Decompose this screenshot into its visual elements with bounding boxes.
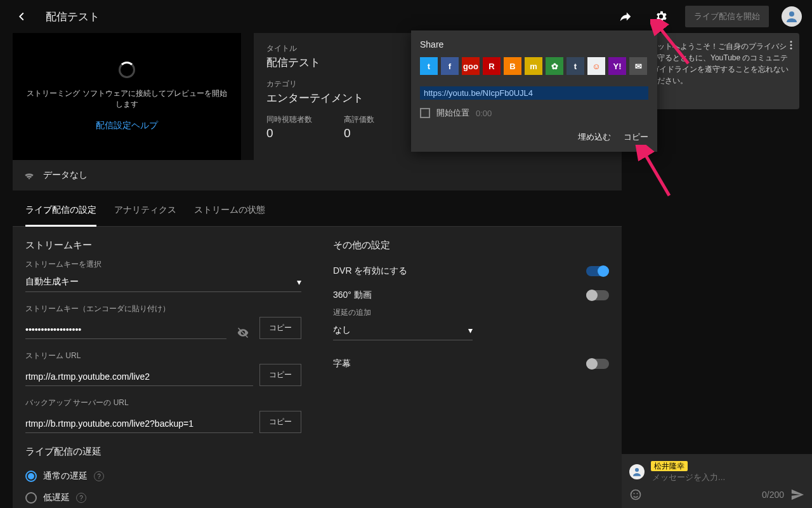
backup-url-label: バックアップ サーバーの URL [25,398,301,408]
share-url[interactable]: https://youtu.be/NIcpFb0UJL4 [420,86,648,100]
spinner-icon [119,62,135,78]
visibility-off-icon[interactable] [233,326,253,339]
dvr-toggle[interactable] [586,266,609,276]
svg-point-2 [790,44,792,46]
avatar[interactable] [782,6,802,27]
key-select[interactable]: 自動生成キー ▾ [25,272,301,292]
share-reddit-icon[interactable]: ☺ [587,57,605,75]
viewers-label: 同時視聴者数 [266,114,312,125]
other-heading: その他の設定 [333,239,609,251]
share-twitter-icon[interactable]: t [420,57,438,75]
chevron-down-icon: ▾ [297,277,301,287]
preview-help-link[interactable]: 配信設定ヘルプ [96,120,158,131]
share-icon[interactable] [614,5,637,28]
status-text: データなし [43,170,88,181]
share-email-icon[interactable]: ✉ [629,57,647,75]
preview-panel: ストリーミング ソフトウェアに接続してプレビューを開始します 配信設定ヘルプ [13,33,241,160]
latency-radio-1[interactable] [25,492,37,504]
copy-key-button[interactable]: コピー [259,317,301,339]
backup-url-input[interactable]: rtmp://b.rtmp.youtube.com/live2?backup=1 [25,415,253,433]
embed-button[interactable]: 埋め込む [578,131,611,143]
share-yahoo-icon[interactable]: Y! [608,57,626,75]
chat-username: 松井隆幸 [651,461,688,471]
chat-avatar [629,464,645,479]
latency-heading: ライブ配信の遅延 [25,446,301,458]
key-paste-label: ストリームキー（エンコーダに貼り付け） [25,304,301,314]
chevron-down-icon: ▾ [468,325,473,335]
latency-label-1: 低遅延 [43,492,70,504]
help-icon[interactable]: ? [76,493,86,503]
likes-value: 0 [344,126,374,140]
svg-point-0 [789,11,794,17]
start-stream-button[interactable]: ライブ配信を開始 [685,6,769,27]
share-facebook-icon[interactable]: f [441,57,459,75]
share-rakuten-icon[interactable]: R [483,57,501,75]
chat-message-input[interactable] [651,472,761,483]
copy-backup-button[interactable]: コピー [259,411,301,433]
svg-point-5 [635,468,639,472]
start-checkbox[interactable] [420,108,430,118]
status-bar: データなし [13,160,622,190]
captions-toggle[interactable] [586,359,609,369]
svg-point-7 [634,493,635,494]
360-label: 360° 動画 [333,290,372,301]
preview-msg: ストリーミング ソフトウェアに接続してプレビューを開始します [25,88,228,110]
share-goo-icon[interactable]: goo [462,57,480,75]
share-tumblr-icon[interactable]: t [566,57,584,75]
viewers-value: 0 [266,126,312,140]
share-title: Share [420,39,648,50]
kebab-icon[interactable] [785,39,797,51]
tab-0[interactable]: ライブ配信の設定 [25,196,96,227]
captions-label: 字幕 [333,358,351,370]
start-label: 開始位置 [436,107,469,119]
copy-url-button[interactable]: コピー [259,364,301,386]
start-time: 0:00 [476,109,492,118]
send-icon[interactable] [790,488,804,502]
svg-point-1 [790,41,792,43]
latency-label-0: 通常の遅延 [43,471,88,482]
wifi-icon [23,169,36,182]
tab-1[interactable]: アナリティクス [114,196,176,226]
share-mixi-icon[interactable]: m [525,57,542,75]
svg-point-6 [631,490,641,500]
share-ameba-icon[interactable]: ✿ [546,57,563,75]
likes-label: 高評価数 [344,114,374,125]
delay-label: 遅延の追加 [333,307,609,318]
chat-counter: 0/200 [762,490,784,500]
svg-point-8 [637,493,638,494]
tab-2[interactable]: ストリームの状態 [194,196,265,226]
back-button[interactable] [10,5,33,28]
stream-url-label: ストリーム URL [25,351,301,361]
latency-radio-0[interactable] [25,471,37,482]
share-blogger-icon[interactable]: B [504,57,521,75]
dvr-label: DVR を有効にする [333,265,407,277]
gear-icon[interactable] [650,5,672,28]
emoji-icon[interactable] [629,488,642,501]
360-toggle[interactable] [586,290,609,300]
copy-button[interactable]: コピー [624,131,648,143]
share-dialog: Share tfgooRBm✿t☺Y!✉ https://youtu.be/NI… [411,30,657,152]
delay-select[interactable]: なし ▾ [333,321,473,340]
key-select-label: ストリームキーを選択 [25,259,301,270]
chat-input-bar: 松井隆幸 0/200 [622,454,812,508]
svg-point-3 [790,48,792,50]
help-icon[interactable]: ? [94,471,104,481]
key-paste-input[interactable]: •••••••••••••••••• [25,321,226,339]
stream-key-heading: ストリームキー [25,239,301,251]
stream-url-input[interactable]: rtmp://a.rtmp.youtube.com/live2 [25,368,253,386]
page-title: 配信テスト [46,10,100,24]
chat-notice: チャットへようこそ！ご自身のプライバシーを守るとともに、YouTube のコミュ… [634,33,799,109]
